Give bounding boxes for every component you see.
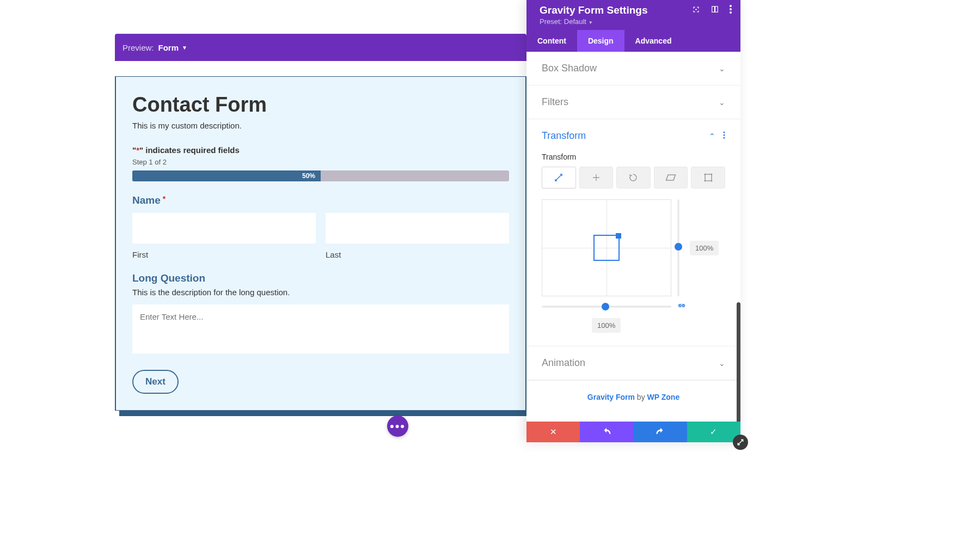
chevron-up-icon: ⌃ <box>709 132 715 141</box>
svg-point-12 <box>704 180 706 182</box>
undo-button[interactable] <box>580 422 633 442</box>
footer-credit: Gravity Form by WP Zone <box>526 380 740 413</box>
section-box-shadow[interactable]: Box Shadow ⌄ <box>526 52 740 86</box>
check-icon: ✓ <box>710 427 717 437</box>
undo-icon <box>602 428 611 436</box>
first-name-input[interactable] <box>132 213 316 243</box>
required-fields-note: "*" indicates required fields <box>132 145 509 155</box>
focus-icon[interactable] <box>692 5 700 16</box>
transform-body: Transform <box>526 144 740 346</box>
panel-body: Box Shadow ⌄ Filters ⌄ Transform ⌃ Trans… <box>526 52 740 422</box>
svg-point-5 <box>730 11 732 14</box>
svg-rect-14 <box>679 305 684 306</box>
long-question-description: This is the description for the long que… <box>132 288 509 297</box>
section-options-icon[interactable] <box>723 131 725 141</box>
more-options-fab[interactable]: ••• <box>387 416 408 437</box>
svg-rect-2 <box>715 7 718 13</box>
vslider-value[interactable]: 100% <box>690 241 719 255</box>
transform-origin-tab[interactable] <box>691 167 725 188</box>
horizontal-slider[interactable] <box>542 305 671 308</box>
progress-fill: 50% <box>132 170 321 181</box>
next-button[interactable]: Next <box>132 370 179 394</box>
section-filters[interactable]: Filters ⌄ <box>526 86 740 119</box>
transform-scale-tab[interactable] <box>542 167 576 188</box>
section-transform[interactable]: Transform ⌃ <box>526 119 740 144</box>
transform-translate-tab[interactable] <box>579 167 614 188</box>
name-field-label: Name* <box>132 194 509 206</box>
scrollbar-thumb[interactable] <box>737 302 740 422</box>
tab-design[interactable]: Design <box>577 30 624 52</box>
long-question-textarea[interactable] <box>132 304 509 353</box>
last-name-sublabel: Last <box>326 250 509 259</box>
svg-point-7 <box>723 134 725 136</box>
gravity-form-link[interactable]: Gravity Form <box>587 393 635 401</box>
resize-handle-icon[interactable] <box>616 233 621 239</box>
svg-point-0 <box>695 9 697 10</box>
svg-point-13 <box>710 180 712 182</box>
svg-point-11 <box>710 174 712 175</box>
tab-advanced[interactable]: Advanced <box>624 30 683 52</box>
transform-canvas[interactable] <box>542 199 671 296</box>
close-icon: ✕ <box>550 427 557 437</box>
section-animation[interactable]: Animation ⌄ <box>526 346 740 380</box>
panel-title: Gravity Form Settings <box>540 4 648 16</box>
column-view-icon[interactable] <box>711 5 719 15</box>
panel-header: Gravity Form Settings Preset: Default ▼ <box>526 0 740 30</box>
transform-sublabel: Transform <box>542 153 725 161</box>
chevron-down-icon: ⌄ <box>719 359 725 368</box>
tab-content[interactable]: Content <box>526 30 577 52</box>
first-name-sublabel: First <box>132 250 316 259</box>
link-axes-icon[interactable] <box>677 302 687 312</box>
panel-footer: ✕ ✓ <box>526 422 740 442</box>
svg-point-4 <box>730 8 732 10</box>
svg-point-10 <box>704 174 706 175</box>
settings-panel: Gravity Form Settings Preset: Default ▼ … <box>526 0 740 442</box>
svg-rect-9 <box>705 174 712 181</box>
required-star-icon: * <box>163 194 166 203</box>
transform-rotate-tab[interactable] <box>616 167 651 188</box>
hslider-thumb[interactable] <box>602 303 609 310</box>
caret-down-icon[interactable]: ▼ <box>182 45 187 51</box>
save-button[interactable]: ✓ <box>687 422 740 442</box>
step-indicator: Step 1 of 2 <box>132 158 509 166</box>
kebab-menu-icon[interactable] <box>730 5 732 16</box>
form-title: Contact Form <box>132 93 509 117</box>
preview-label: Preview: <box>122 43 154 52</box>
expand-icon <box>737 438 744 446</box>
form-description: This is my custom description. <box>132 121 509 130</box>
wp-zone-link[interactable]: WP Zone <box>647 393 680 401</box>
svg-point-8 <box>723 137 725 138</box>
last-name-input[interactable] <box>326 213 509 243</box>
form-card-shadow <box>119 411 527 416</box>
svg-rect-1 <box>712 7 715 13</box>
chevron-down-icon: ⌄ <box>719 64 725 73</box>
panel-tabs: Content Design Advanced <box>526 30 740 52</box>
caret-down-icon: ▼ <box>589 20 593 25</box>
progress-bar: 50% <box>132 170 509 181</box>
redo-button[interactable] <box>634 422 687 442</box>
transform-skew-tab[interactable] <box>654 167 688 188</box>
cancel-button[interactable]: ✕ <box>526 422 580 442</box>
preview-form-select[interactable]: Form <box>158 43 179 52</box>
vslider-thumb[interactable] <box>675 243 682 251</box>
hslider-value[interactable]: 100% <box>592 318 621 333</box>
svg-point-6 <box>723 131 725 133</box>
preview-toolbar: Preview: Form ▼ <box>115 34 526 61</box>
redo-icon <box>656 428 665 436</box>
expand-panel-button[interactable] <box>733 435 748 450</box>
svg-point-3 <box>730 5 732 7</box>
long-question-label: Long Question <box>132 272 509 284</box>
transform-box[interactable] <box>593 235 620 261</box>
vertical-slider[interactable] <box>677 199 680 296</box>
chevron-down-icon: ⌄ <box>719 98 725 107</box>
form-preview-card: Contact Form This is my custom descripti… <box>115 76 526 411</box>
preset-selector[interactable]: Preset: Default ▼ <box>540 17 732 26</box>
